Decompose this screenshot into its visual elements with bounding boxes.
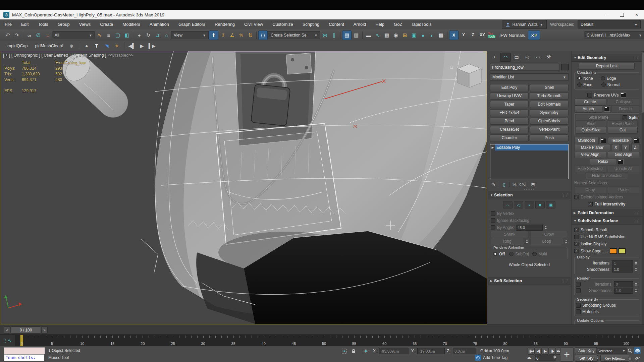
planar-z-button[interactable]: Z [631, 144, 639, 151]
copy-button[interactable]: Copy [574, 186, 606, 193]
align-icon[interactable]: ∥ [330, 31, 338, 40]
menu-arnold[interactable]: Arnold [349, 19, 371, 29]
paint-deformation-rollout-header[interactable]: ▶ Paint Deformation ⋮⋮ [572, 209, 642, 217]
menu-animation[interactable]: Animation [145, 19, 174, 29]
preview-multi-radio[interactable] [532, 252, 537, 256]
next-frame-button[interactable]: > [41, 326, 48, 334]
show-end-result-icon[interactable]: ▯ [501, 181, 507, 187]
redo-button[interactable]: ↷ [12, 31, 21, 40]
panel-scrollbar[interactable] [642, 51, 644, 324]
percent-snap-icon[interactable]: % [237, 31, 246, 40]
render-setup-icon[interactable]: ⊞ [400, 31, 409, 40]
cloth-tool-icon[interactable]: T [93, 42, 101, 50]
time-tag-cube-icon[interactable] [475, 355, 481, 361]
object-name-field[interactable]: FrontCasing_low [490, 64, 559, 71]
menu-goz[interactable]: GoZ [389, 19, 407, 29]
key-mode-dropdown[interactable]: Selected▼ [596, 348, 627, 354]
modifier-creaseset-button[interactable]: CreaseSet [490, 126, 529, 133]
hide-selected-button[interactable]: Hide Selected [574, 165, 606, 172]
modifier-symmetry-button[interactable]: Symmetry [530, 109, 569, 116]
key-mode-toggle-icon[interactable]: ⌇ [594, 355, 601, 361]
preserve-uvs-checkbox[interactable] [587, 93, 592, 98]
cage-color-swatch-2[interactable] [619, 248, 626, 254]
tab-utilities-icon[interactable]: ⚒ [544, 53, 554, 61]
tab-modify-icon[interactable]: ◠ [500, 53, 511, 62]
reference-coordinate-dropdown[interactable]: View ▼ [171, 31, 209, 39]
select-object-icon[interactable]: ⇖ [95, 31, 104, 40]
reset-plane-button[interactable]: Reset Plane [608, 120, 638, 127]
attach-settings-icon[interactable] [604, 107, 610, 112]
xview-toggle-icon[interactable]: X⚲ [528, 31, 540, 40]
render-production-icon[interactable]: ● [419, 31, 427, 40]
previous-key-button[interactable]: ◀▐ [535, 348, 542, 355]
panel-resize-grip[interactable]: •••••• [488, 188, 571, 191]
render-smoothness-field[interactable]: 1.0 [614, 288, 633, 294]
detach-button[interactable]: Detach [611, 106, 640, 113]
go-to-start-button[interactable]: ▐◀◀ [528, 348, 535, 355]
mini-curve-editor-icon[interactable]: ⋮∿ [0, 335, 15, 346]
named-selection-sets-icon[interactable]: { } [258, 31, 268, 40]
axis-y-button[interactable]: Y [459, 31, 468, 39]
selection-rollout-header[interactable]: ▼ Selection ⋮⋮ [488, 191, 571, 199]
soft-selection-rollout-header[interactable]: ▶ Soft Selection ⋮⋮ [488, 277, 571, 285]
stack-item-editable-poly[interactable]: ▶Editable Poly [490, 144, 568, 150]
edit-geometry-rollout-header[interactable]: ▼ Edit Geometry ⋮⋮ [572, 54, 642, 62]
display-smoothness-field[interactable]: 1.0 [612, 266, 633, 273]
zoom-icon[interactable] [627, 347, 633, 354]
menu-tools[interactable]: Tools [33, 19, 53, 29]
show-cage-checkbox[interactable]: ✓ [574, 249, 579, 253]
key-filters-button[interactable]: Key Filters... [600, 355, 629, 362]
modifier-taper-button[interactable]: Taper [490, 101, 529, 108]
object-color-swatch[interactable] [561, 64, 569, 70]
preserve-uvs-settings-icon[interactable] [621, 93, 626, 98]
menu-edit[interactable]: Edit [16, 19, 33, 29]
grid-align-button[interactable]: Grid Align [608, 151, 640, 158]
by-angle-spinner[interactable] [544, 226, 547, 229]
selection-lock-icon[interactable] [350, 348, 357, 354]
viewport-label[interactable]: [ + ] [ Orthographic ] [ User Defined ] … [3, 53, 133, 58]
axis-z-button[interactable]: Z [469, 31, 477, 39]
material-editor-icon[interactable]: ◉ [391, 31, 400, 40]
use-pivot-center-icon[interactable]: ⬆ [209, 31, 218, 40]
by-angle-checkbox[interactable] [491, 225, 495, 230]
orbit-icon[interactable] [634, 355, 641, 361]
repeat-last-button[interactable]: Repeat Last [579, 63, 635, 70]
modifier-vertexpaint-button[interactable]: VertexPaint [530, 126, 569, 133]
axis-xy-button[interactable]: XY [478, 31, 487, 39]
smooth-result-checkbox[interactable]: ✓ [574, 228, 579, 232]
menu-group[interactable]: Group [53, 19, 74, 29]
slice-plane-button[interactable]: Slice Plane [576, 114, 621, 121]
loop-spinner[interactable] [565, 240, 568, 243]
delete-isolated-checkbox[interactable]: ✓ [574, 195, 579, 199]
render-iterative-icon[interactable]: ◐ [428, 31, 436, 40]
batch-prev-icon[interactable]: ◀▌ [128, 42, 136, 50]
rapidqcap-button[interactable]: rapidQCap [5, 43, 30, 49]
render-smoothness-checkbox[interactable] [576, 288, 581, 293]
modifier-edit-normals-button[interactable]: Edit Normals [530, 101, 569, 108]
menu-file[interactable]: File [0, 19, 16, 29]
constraint-face-radio[interactable] [577, 82, 582, 87]
stack-expand-icon[interactable]: ▶ [490, 146, 495, 149]
batch-play-icon[interactable]: ▶ [138, 42, 146, 50]
make-unique-icon[interactable]: % [512, 181, 518, 187]
next-key-button[interactable]: ▐▶ [549, 348, 556, 355]
tessellate-button[interactable]: Tessellate [608, 137, 632, 144]
configure-modifier-sets-icon[interactable]: ⊞ [530, 181, 536, 187]
paste-button[interactable]: Paste [608, 186, 640, 193]
unhide-all-button[interactable]: Unhide All [608, 165, 640, 172]
selection-filter-dropdown[interactable]: All ▼ [52, 31, 95, 39]
auto-key-button[interactable]: Auto Key [575, 347, 598, 354]
preview-off-radio[interactable] [493, 252, 497, 256]
attach-button[interactable]: Attach [574, 106, 602, 113]
cage-color-swatch-1[interactable] [610, 248, 617, 254]
sphere-tool-icon[interactable]: ● [83, 42, 91, 50]
by-vertex-checkbox[interactable] [491, 211, 495, 216]
smoothing-groups-checkbox[interactable] [576, 303, 581, 308]
textools-icon[interactable]: Tex Tools [487, 31, 496, 40]
frame-step-icon[interactable]: ◀▶ [526, 355, 533, 361]
add-time-tag-label[interactable]: Add Time Tag [483, 355, 507, 360]
view-align-button[interactable]: View Align [574, 151, 606, 158]
maxscript-listener-output[interactable] [4, 347, 45, 354]
menu-content[interactable]: Content [324, 19, 349, 29]
tab-display-icon[interactable]: ▭ [533, 53, 543, 61]
